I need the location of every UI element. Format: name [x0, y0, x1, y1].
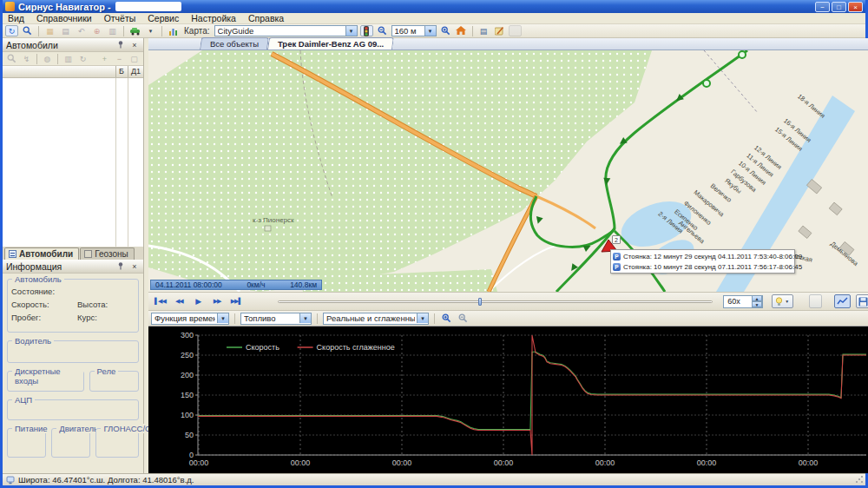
column-b[interactable]: Б — [119, 67, 124, 76]
highlight-track-button[interactable]: ▼ — [772, 294, 793, 308]
playback-speed-spinner[interactable]: 60x ▲▼ — [723, 295, 763, 308]
speed-chart[interactable]: 05010015020025030000:0000:0000:0000:0000… — [148, 326, 868, 473]
vehicles-list[interactable] — [3, 78, 143, 247]
refresh-icon[interactable]: ↻ — [5, 25, 18, 36]
link-icon[interactable]: ⊕ — [90, 25, 103, 36]
app-window: Сирнус Навигатор - − □ × Вид Справочники… — [0, 0, 868, 488]
grid-icon[interactable]: ▤ — [59, 25, 72, 36]
skip-start-button[interactable]: ▌◀◀ — [152, 295, 168, 308]
add-icon[interactable]: + — [98, 53, 111, 64]
rewind-button[interactable]: ◀◀ — [171, 295, 187, 308]
overlay-speed: 0км/ч — [247, 280, 265, 289]
close-panel-icon[interactable]: × — [129, 40, 140, 50]
tab-track[interactable]: Трек Daimler-Benz AG 09... — [267, 37, 394, 49]
maximize-button[interactable]: □ — [832, 2, 846, 12]
svg-text:250: 250 — [181, 351, 194, 359]
play-button[interactable]: ▶ — [190, 295, 207, 308]
chevron-down-icon[interactable]: ▼ — [217, 313, 228, 323]
legend-label: Скорость — [246, 343, 279, 352]
traffic-icon[interactable] — [360, 25, 373, 36]
refresh-list-icon[interactable]: ↻ — [76, 53, 89, 64]
chart-parameter-select[interactable]: Топливо ▼ — [240, 313, 312, 325]
map-edit-icon[interactable] — [493, 25, 506, 36]
vehicle-icon[interactable] — [128, 25, 141, 36]
map-select-value: CityGuide — [218, 26, 344, 36]
group-glonass: ГЛОНАСС/GPS — [95, 428, 139, 458]
tab-vehicles[interactable]: Автомобили — [4, 247, 79, 260]
chart-zoom-in-icon[interactable] — [440, 313, 453, 324]
remove-icon[interactable]: − — [113, 53, 126, 64]
show-track-icon[interactable]: ↯ — [20, 53, 33, 64]
skip-end-button[interactable]: ▶▶▌ — [228, 295, 245, 308]
zoom-in-icon[interactable] — [439, 25, 452, 36]
chevron-down-icon[interactable]: ▼ — [345, 26, 357, 36]
spin-down-icon[interactable]: ▼ — [752, 301, 762, 307]
vehicle-dropdown-icon[interactable]: ▼ — [144, 25, 157, 36]
vehicles-toolbar: ↯ ◍ ▥ ↻ + − ▢ — [3, 52, 143, 66]
svg-text:50: 50 — [185, 431, 194, 439]
group-discrete-inputs: Дискретные входы — [7, 371, 84, 392]
slider-thumb[interactable] — [478, 298, 482, 306]
chart-mode-select[interactable]: Функция времени ▼ — [151, 313, 229, 325]
pin-icon[interactable] — [115, 261, 126, 272]
column-d1[interactable]: Д1 — [131, 67, 141, 76]
chart-line-icon — [837, 297, 848, 306]
close-button[interactable]: × — [848, 2, 863, 12]
chevron-down-icon[interactable]: ▼ — [299, 313, 311, 323]
columns-icon[interactable]: ▥ — [106, 25, 119, 36]
status-coordinates: Широта: 46.47401°с.ш. Долгота: 41.48016°… — [18, 475, 194, 485]
field-state: Состояние: — [11, 287, 62, 296]
chart-zoom-out-icon[interactable] — [457, 313, 470, 324]
menu-reports[interactable]: Отчёты — [104, 13, 136, 23]
parking-icon: P — [613, 253, 621, 260]
scale-select-value: 160 м — [395, 26, 423, 36]
vehicles-column-header[interactable]: Б Д1 — [3, 66, 143, 78]
undo-icon[interactable]: ↶ — [75, 25, 88, 36]
select-icon[interactable]: ▦ — [43, 25, 56, 36]
scale-select[interactable]: 160 м ▼ — [391, 25, 437, 36]
chevron-down-icon[interactable]: ▼ — [424, 26, 436, 36]
fast-forward-button[interactable]: ▶▶ — [209, 295, 226, 308]
pin-icon[interactable] — [115, 40, 126, 50]
title-redacted-name — [115, 2, 181, 11]
globe-icon[interactable]: ◍ — [41, 53, 54, 64]
menu-bar: Вид Справочники Отчёты Сервис Настройка … — [3, 13, 865, 24]
zoom-out-icon[interactable] — [376, 25, 389, 36]
card-icon[interactable]: ▥ — [62, 53, 75, 64]
svg-text:00:00: 00:00 — [494, 458, 514, 467]
app-icon — [5, 2, 15, 11]
chart-values-select[interactable]: Реальные и сглаженные значень ▼ — [323, 313, 429, 325]
vehicles-panel-title: Автомобили — [6, 40, 58, 50]
tab-geozones[interactable]: Геозоны — [80, 247, 135, 260]
minimize-button[interactable]: − — [815, 2, 830, 12]
spin-up-icon[interactable]: ▲ — [752, 295, 762, 301]
menu-help[interactable]: Справка — [248, 13, 284, 23]
extra-tool-icon[interactable] — [509, 25, 522, 36]
chart-bars-icon[interactable] — [167, 25, 180, 36]
stop-tooltip-row[interactable]: P Стоянка: 12 минут 29 секунд 04.11.2011… — [613, 251, 792, 261]
resize-grip[interactable] — [854, 474, 865, 485]
legend-list-icon[interactable]: ▤ — [477, 25, 490, 36]
menu-settings[interactable]: Настройка — [191, 13, 236, 23]
search-icon[interactable] — [21, 25, 34, 36]
stop-tooltip-row[interactable]: P Стоянка: 10 минут 28 секунд 07.11.2011… — [613, 261, 792, 272]
chevron-down-icon[interactable]: ▼ — [417, 313, 428, 323]
map-select[interactable]: CityGuide ▼ — [214, 25, 358, 36]
save-button[interactable] — [856, 294, 868, 308]
overlay-datetime: 04.11.2011 08:00:00 — [155, 280, 222, 289]
speed-chart-canvas: 05010015020025030000:0000:0000:0000:0000… — [148, 326, 868, 473]
find-vehicle-icon[interactable] — [5, 53, 18, 64]
track-position-slider[interactable] — [278, 298, 713, 306]
menu-view[interactable]: Вид — [8, 13, 24, 23]
menu-directories[interactable]: Справочники — [36, 13, 92, 23]
close-panel-icon[interactable]: × — [129, 261, 140, 272]
stop-count-badge[interactable]: 2 — [612, 235, 621, 244]
home-icon[interactable] — [455, 25, 468, 36]
svg-text:200: 200 — [181, 371, 194, 379]
menu-service[interactable]: Сервис — [148, 13, 179, 23]
tab-all-objects[interactable]: Все объекты — [200, 37, 269, 49]
columns-select-icon[interactable]: ▢ — [128, 53, 141, 64]
extra-button[interactable] — [809, 294, 822, 308]
svg-text:00:00: 00:00 — [697, 458, 717, 467]
show-chart-button[interactable] — [834, 294, 851, 308]
